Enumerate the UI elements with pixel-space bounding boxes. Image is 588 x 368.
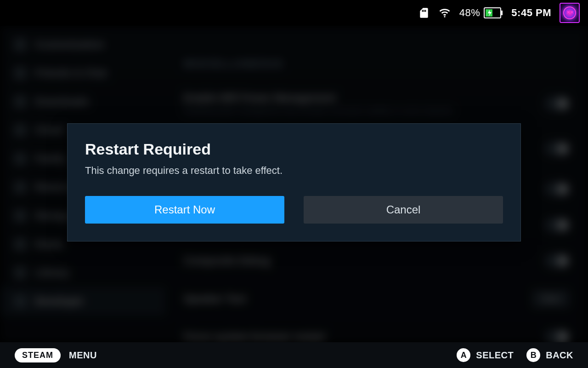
a-glyph-icon: A (457, 348, 470, 362)
dialog-actions: Restart Now Cancel (85, 196, 503, 224)
a-button-hint: A SELECT (457, 348, 514, 362)
battery-indicator: 48% (459, 7, 503, 19)
restart-required-dialog: Restart Required This change requires a … (67, 123, 521, 242)
dialog-title: Restart Required (85, 140, 503, 158)
battery-percent: 48% (459, 7, 481, 19)
menu-label: MENU (69, 350, 97, 361)
cancel-button[interactable]: Cancel (304, 196, 503, 224)
status-bar: 48% 5:45 PM ✕✕ (0, 0, 588, 26)
battery-icon (484, 7, 503, 18)
footer-bar: STEAM MENU A SELECT B BACK (0, 342, 588, 368)
svg-rect-2 (501, 11, 503, 15)
wifi-icon (438, 6, 451, 19)
svg-point-0 (444, 16, 445, 17)
b-button-hint: B BACK (526, 348, 573, 362)
sd-card-icon (418, 7, 430, 19)
steam-button[interactable]: STEAM (15, 348, 61, 362)
b-label: BACK (546, 350, 573, 361)
dialog-message: This change requires a restart to take e… (85, 165, 503, 177)
a-label: SELECT (476, 350, 514, 361)
restart-now-button[interactable]: Restart Now (85, 196, 284, 224)
avatar[interactable]: ✕✕ (560, 3, 580, 23)
b-glyph-icon: B (526, 348, 540, 362)
clock: 5:45 PM (511, 7, 551, 19)
